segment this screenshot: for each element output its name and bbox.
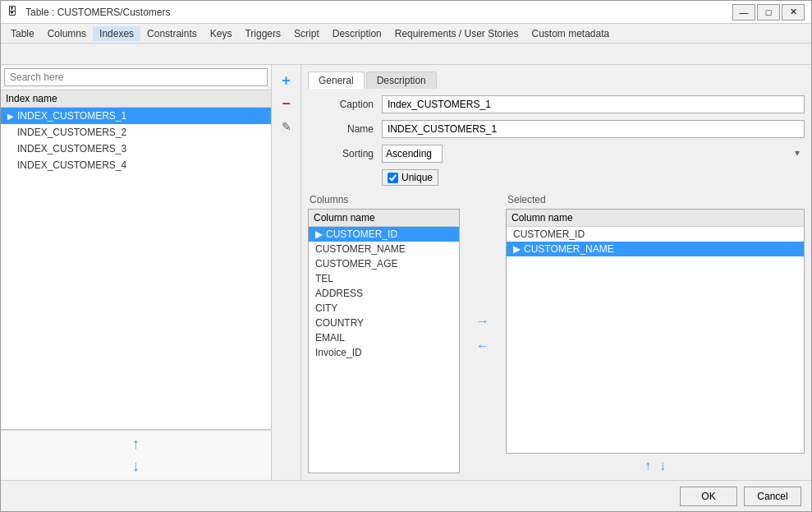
list-item[interactable]: ▶ INDEX_CUSTOMERS_3 — [1, 141, 271, 157]
col-list-header-left: Column name — [309, 210, 459, 227]
col-list-left: Column name ▶ CUSTOMER_ID CUSTOMER_NAME — [308, 209, 460, 473]
close-button[interactable]: ✕ — [782, 4, 805, 21]
inner-tab-bar: General Description — [308, 71, 805, 89]
col-label: Invoice_ID — [315, 347, 362, 358]
col-item[interactable]: Invoice_ID — [309, 345, 459, 360]
col-label: ADDRESS — [315, 288, 363, 299]
col-item[interactable]: ▶ CUSTOMER_ID — [309, 227, 459, 242]
move-down-button[interactable]: ↓ — [132, 458, 140, 475]
main-window: 🗄 Table : CUSTOMERS/Customers — □ ✕ Tabl… — [0, 0, 812, 512]
col-item[interactable]: CITY — [309, 301, 459, 316]
cancel-button[interactable]: Cancel — [744, 487, 801, 506]
unique-group: Unique — [308, 169, 805, 186]
selected-move-down-button[interactable]: ↓ — [659, 459, 666, 473]
menu-item-keys[interactable]: Keys — [204, 26, 239, 41]
caption-group: Caption — [308, 95, 805, 113]
unique-checkbox-label[interactable]: Unique — [382, 169, 438, 186]
col-label: CUSTOMER_ID — [513, 228, 585, 240]
col-list-right: Column name CUSTOMER_ID ▶ CUSTOMER_NAME — [506, 209, 805, 454]
ok-button[interactable]: OK — [680, 487, 737, 506]
menu-item-constraints[interactable]: Constraints — [140, 26, 204, 41]
right-col-panel: Selected Column name CUSTOMER_ID ▶ — [506, 194, 805, 473]
right-panel: General Description Caption Name Sorting — [301, 65, 811, 480]
sorting-select[interactable]: Ascending Descending — [382, 145, 443, 163]
edit-button[interactable]: ✎ — [278, 118, 296, 136]
columns-area: Columns Column name ▶ CUSTOMER_ID C — [308, 194, 805, 473]
title-controls: — □ ✕ — [732, 4, 805, 21]
col-label: CUSTOMER_AGE — [315, 258, 397, 270]
columns-label: Columns — [308, 194, 460, 205]
left-bottom-arrows: ↑ ↓ — [1, 430, 271, 480]
left-panel: Index name ▶ INDEX_CUSTOMERS_1 ▶ INDEX_C… — [1, 65, 272, 480]
minimize-button[interactable]: — — [732, 4, 755, 21]
menu-item-description[interactable]: Description — [326, 26, 388, 41]
menu-item-requirements-/-user-stories[interactable]: Requirements / User Stories — [388, 26, 525, 41]
col-label: CUSTOMER_NAME — [315, 243, 406, 255]
sidebar-buttons: + − ✎ — [272, 65, 301, 480]
col-label: TEL — [315, 273, 333, 284]
col-item[interactable]: COUNTRY — [309, 316, 459, 330]
col-label: CUSTOMER_NAME — [524, 243, 614, 255]
list-item[interactable]: ▶ INDEX_CUSTOMERS_4 — [1, 157, 271, 173]
add-button[interactable]: + — [278, 71, 296, 90]
index-list: ▶ INDEX_CUSTOMERS_1 ▶ INDEX_CUSTOMERS_2 … — [1, 108, 271, 430]
col-label: COUNTRY — [315, 317, 364, 329]
sorting-group: Sorting Ascending Descending — [308, 145, 805, 163]
menu-item-columns[interactable]: Columns — [41, 26, 93, 41]
arrow-icon: ▶ — [7, 112, 14, 121]
col-arrow: ▶ — [315, 228, 323, 240]
transfer-buttons: → ← — [466, 194, 499, 473]
list-item[interactable]: ▶ INDEX_CUSTOMERS_1 — [1, 108, 271, 124]
index-item-label: INDEX_CUSTOMERS_3 — [17, 143, 126, 155]
maximize-button[interactable]: □ — [757, 4, 780, 21]
menu-item-script[interactable]: Script — [287, 26, 326, 41]
title-bar: 🗄 Table : CUSTOMERS/Customers — □ ✕ — [1, 1, 811, 24]
name-input[interactable] — [382, 120, 805, 138]
left-col-panel: Columns Column name ▶ CUSTOMER_ID C — [308, 194, 460, 473]
columns-both: Columns Column name ▶ CUSTOMER_ID C — [308, 194, 805, 473]
index-list-header-label: Index name — [6, 93, 57, 104]
remove-button[interactable]: − — [278, 95, 296, 113]
caption-input[interactable] — [382, 95, 805, 113]
window-icon: 🗄 — [7, 6, 21, 19]
caption-label: Caption — [308, 99, 374, 110]
tab-general[interactable]: General — [308, 71, 365, 89]
unique-checkbox[interactable] — [388, 173, 398, 183]
menu-item-triggers[interactable]: Triggers — [238, 26, 287, 41]
bottom-bar: OK Cancel — [1, 480, 811, 511]
col-list-left-items: ▶ CUSTOMER_ID CUSTOMER_NAME CUSTOMER_AGE — [309, 227, 459, 473]
selected-move-up-button[interactable]: ↑ — [645, 459, 651, 473]
index-list-header: Index name — [1, 90, 271, 108]
col-item[interactable]: TEL — [309, 271, 459, 286]
transfer-left-button[interactable]: ← — [473, 336, 493, 356]
index-item-label: INDEX_CUSTOMERS_2 — [17, 127, 126, 138]
col-list-right-items: CUSTOMER_ID ▶ CUSTOMER_NAME — [507, 227, 804, 453]
sorting-select-wrapper: Ascending Descending — [382, 145, 805, 163]
name-label: Name — [308, 123, 374, 135]
sorting-label: Sorting — [308, 148, 374, 159]
col-item[interactable]: EMAIL — [309, 330, 459, 345]
move-up-button[interactable]: ↑ — [132, 436, 140, 453]
col-item[interactable]: ADDRESS — [309, 286, 459, 301]
index-item-label: INDEX_CUSTOMERS_4 — [17, 159, 126, 171]
index-item-label: INDEX_CUSTOMERS_1 — [17, 110, 126, 122]
search-box — [1, 65, 271, 90]
search-input[interactable] — [4, 68, 268, 86]
col-item[interactable]: CUSTOMER_AGE — [309, 256, 459, 271]
col-label: EMAIL — [315, 332, 345, 344]
col-label: CUSTOMER_ID — [326, 228, 397, 240]
unique-label-text: Unique — [401, 172, 433, 183]
selected-label: Selected — [506, 194, 805, 205]
transfer-right-button[interactable]: → — [473, 311, 493, 331]
col-item[interactable]: CUSTOMER_NAME — [309, 242, 459, 256]
col-item[interactable]: CUSTOMER_ID — [507, 227, 804, 242]
menu-item-table[interactable]: Table — [4, 26, 41, 41]
menu-item-custom-metadata[interactable]: Custom metadata — [525, 26, 617, 41]
tab-bar — [1, 44, 811, 65]
menu-item-indexes[interactable]: Indexes — [93, 26, 140, 41]
tab-description[interactable]: Description — [366, 71, 437, 89]
main-content: Index name ▶ INDEX_CUSTOMERS_1 ▶ INDEX_C… — [1, 65, 811, 480]
col-arrow: ▶ — [513, 243, 521, 255]
col-item[interactable]: ▶ CUSTOMER_NAME — [507, 242, 804, 256]
list-item[interactable]: ▶ INDEX_CUSTOMERS_2 — [1, 124, 271, 141]
